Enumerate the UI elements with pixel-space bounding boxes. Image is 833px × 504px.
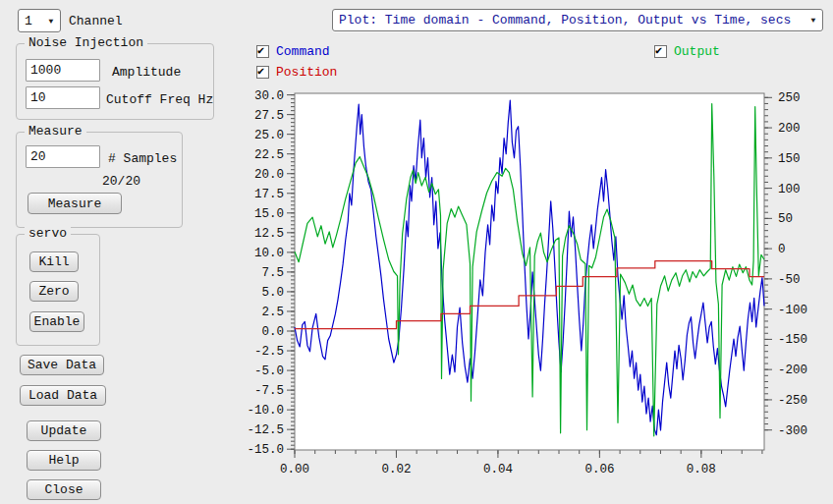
svg-text:10.0: 10.0	[254, 247, 284, 260]
cutoff-freq-label: Cutoff Freq Hz	[106, 92, 213, 107]
svg-text:0.0: 0.0	[261, 325, 284, 339]
svg-text:250: 250	[778, 91, 801, 105]
svg-text:25.0: 25.0	[254, 129, 284, 142]
svg-text:-100: -100	[778, 304, 807, 317]
servo-tuning-window: 1 ▼ Channel Noise Injection Amplitude Cu…	[0, 0, 833, 504]
position-checkbox-row: Position	[256, 65, 337, 80]
close-button[interactable]: Close	[27, 479, 101, 500]
svg-text:27.5: 27.5	[254, 109, 284, 123]
num-samples-label: # Samples	[108, 151, 177, 166]
svg-text:-150: -150	[778, 333, 807, 347]
position-checkbox-label[interactable]: Position	[276, 65, 337, 80]
plot-type-select[interactable]: Plot: Time domain - Command, Position, O…	[332, 9, 823, 31]
svg-text:50: 50	[778, 212, 793, 226]
svg-text:22.5: 22.5	[254, 148, 284, 162]
plot-type-value: Plot: Time domain - Command, Position, O…	[333, 11, 805, 29]
help-button[interactable]: Help	[27, 450, 101, 471]
svg-text:-300: -300	[778, 424, 807, 438]
svg-text:0.06: 0.06	[584, 463, 614, 476]
load-data-button[interactable]: Load Data	[20, 385, 106, 406]
svg-text:0.04: 0.04	[483, 463, 513, 476]
svg-text:30.0: 30.0	[254, 89, 284, 103]
svg-text:-7.5: -7.5	[254, 384, 284, 398]
save-data-button[interactable]: Save Data	[20, 355, 104, 375]
channel-select[interactable]: 1 ▼	[18, 9, 61, 32]
channel-label: Channel	[69, 14, 123, 28]
output-checkbox[interactable]	[654, 45, 667, 58]
amplitude-label: Amplitude	[112, 65, 181, 80]
servo-title: servo	[25, 226, 71, 241]
sample-progress: 20/20	[102, 174, 140, 189]
num-samples-input[interactable]	[26, 145, 100, 168]
kill-button[interactable]: Kill	[29, 252, 79, 272]
svg-text:-15.0: -15.0	[247, 443, 284, 457]
svg-text:200: 200	[778, 122, 801, 136]
update-button[interactable]: Update	[27, 420, 101, 441]
svg-text:-5.0: -5.0	[254, 364, 284, 378]
cutoff-freq-input[interactable]	[26, 86, 100, 109]
svg-text:0.00: 0.00	[280, 463, 309, 476]
svg-text:17.5: 17.5	[254, 188, 284, 201]
svg-text:5.0: 5.0	[261, 286, 284, 300]
svg-text:2.5: 2.5	[261, 306, 284, 319]
svg-text:-2.5: -2.5	[254, 345, 284, 359]
channel-value: 1	[19, 12, 42, 30]
svg-text:12.5: 12.5	[254, 227, 284, 241]
svg-text:0.02: 0.02	[381, 463, 411, 476]
svg-text:-200: -200	[778, 364, 807, 377]
svg-text:-50: -50	[778, 273, 801, 287]
svg-text:15.0: 15.0	[254, 207, 284, 221]
command-checkbox-row: Command	[256, 44, 330, 59]
svg-text:150: 150	[778, 152, 801, 166]
measure-button[interactable]: Measure	[28, 193, 122, 214]
output-checkbox-row: Output	[654, 44, 720, 59]
svg-text:-250: -250	[778, 394, 807, 408]
zero-button[interactable]: Zero	[29, 281, 79, 302]
svg-text:7.5: 7.5	[261, 266, 284, 280]
output-checkbox-label[interactable]: Output	[674, 44, 720, 59]
chevron-down-icon: ▼	[42, 17, 60, 26]
enable-button[interactable]: Enable	[29, 311, 84, 332]
svg-text:-10.0: -10.0	[247, 404, 284, 418]
svg-text:20.0: 20.0	[254, 168, 284, 182]
amplitude-input[interactable]	[26, 59, 100, 82]
measure-title: Measure	[25, 124, 86, 139]
command-checkbox[interactable]	[256, 45, 269, 58]
position-checkbox[interactable]	[256, 66, 269, 79]
time-domain-chart: 30.027.525.022.520.017.515.012.510.07.55…	[246, 84, 833, 500]
chart-canvas: 30.027.525.022.520.017.515.012.510.07.55…	[246, 84, 833, 500]
svg-text:100: 100	[778, 183, 801, 196]
command-checkbox-label[interactable]: Command	[276, 44, 330, 59]
chevron-down-icon: ▼	[805, 16, 822, 25]
svg-text:0.08: 0.08	[687, 463, 716, 476]
svg-text:-12.5: -12.5	[247, 423, 284, 437]
noise-injection-title: Noise Injection	[25, 35, 147, 50]
svg-text:0: 0	[778, 243, 786, 256]
